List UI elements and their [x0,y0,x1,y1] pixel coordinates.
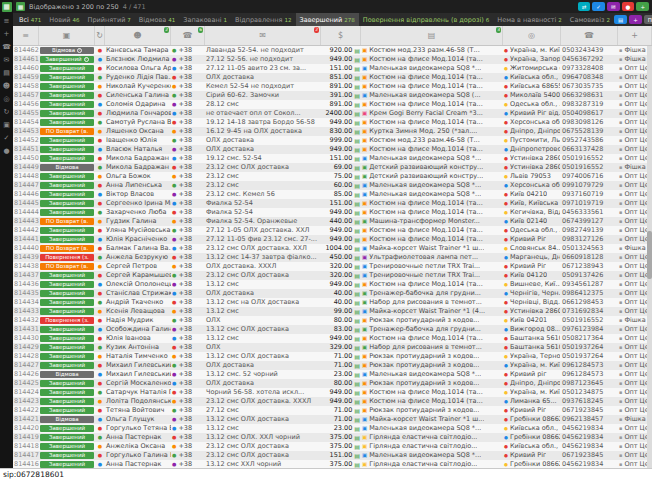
contact-chip[interactable]: ●+38 [171,388,205,397]
contact-chip[interactable]: ●+38 [171,442,205,451]
tab-accepted[interactable]: Прийнятий7 [84,13,135,26]
status-badge[interactable]: Завершений [40,227,94,234]
status-badge[interactable]: ПО Возврат (в. [40,128,94,135]
contact-chip[interactable]: ●+38 [171,289,205,298]
col-phone[interactable]: ☎ [561,26,618,45]
contact-chip[interactable]: ●+38 [171,208,205,217]
status-badge[interactable]: Завершений [40,272,94,279]
record-icon[interactable]: ● [3,147,9,155]
table-row[interactable]: 814454Завершений●Самотуй Руслана Во...●+… [13,118,652,127]
status-badge[interactable]: Відмоваi [40,47,94,54]
table-row[interactable]: 814442Завершений●Уляна Мусійовська●+3827… [13,226,652,235]
table-row[interactable]: 814420Завершений●Горгулько Тетяна В...●+… [13,424,652,433]
contact-chip[interactable]: ●+38 [171,136,205,145]
contact-chip[interactable]: ●+38 [171,451,205,460]
tab-packed[interactable]: Запаковані1 [179,13,231,26]
contact-chip[interactable]: ●+38 [171,91,205,100]
contact-chip[interactable]: ●+38 [171,361,205,370]
mail-chip[interactable]: ✉ [607,2,620,11]
table-row[interactable]: 814458Завершений●Николай Кучеренко●+38Ке… [13,82,652,91]
sync-chip[interactable]: ⇄ [578,2,591,11]
status-badge[interactable]: Завершений [40,335,94,342]
contact-chip[interactable]: ●+38 [171,181,205,190]
contact-chip[interactable]: ●+38 [171,334,205,343]
table-row[interactable]: 814426Відмова●Михаил Гилевський●+3813.12… [13,370,652,379]
contact-chip[interactable]: ●+38 [171,82,205,91]
status-badge[interactable]: Завершений [40,326,94,333]
table-row[interactable]: 814428Завершений●Наталія Тимченко●+3813.… [13,352,652,361]
status-badge[interactable]: Завершений [40,308,94,315]
contact-chip[interactable]: ●+38 [171,64,205,73]
menu-icon[interactable]: ≡ [4,17,10,25]
scrollbar-thumb[interactable] [647,231,652,279]
status-badge[interactable]: Завершений [40,353,94,360]
status-badge[interactable]: ПО Возврат (в. [40,218,94,225]
contact-chip[interactable]: ●+38 [171,253,205,262]
table-row[interactable]: 814433Завершений●Ксенія Леващова●+3813.1… [13,307,652,316]
status-badge[interactable]: Відмова [40,416,94,423]
table-row[interactable]: 814423Завершений●Лоліта Подолянська●+382… [13,397,652,406]
mail-icon[interactable]: ✉ [4,56,10,64]
table-row[interactable]: 814443ПО Возврат (в.●Гудзик Галина●+38Фи… [13,217,652,226]
scrollbar-track[interactable] [647,46,652,468]
table-row[interactable]: 814439Повернення (з.●Анжела Безрукую●+38… [13,253,652,262]
status-badge[interactable]: Завершений [40,74,94,81]
add-chip[interactable]: + [636,2,649,11]
status-badge[interactable]: Відмова [40,164,94,171]
add-icon[interactable]: + [4,30,10,38]
contact-chip[interactable]: ●+38 [171,316,205,325]
table-row[interactable]: 814419Завершений●Анна Пастернак●+3813.12… [13,433,652,442]
table-row[interactable]: 814432Повернення (з.●Надія Мудрик●+38ОЛХ… [13,316,652,325]
table-row[interactable]: 814424Завершений●Сатарчук Наталія Гр...●… [13,388,652,397]
full-view-chip[interactable]: Повн… [644,15,652,24]
table-row[interactable]: 814438ПО Возврат (в.●Сергей Петров●+38ОЛ… [13,262,652,271]
table-row[interactable]: 814444Завершений●Захарченко Люба●+38Фиал… [13,208,652,217]
table-row[interactable]: 814456Завершений●Соломія Одарина●+3828.1… [13,100,652,109]
contact-chip[interactable]: ●+38 [171,343,205,352]
apps-tile-icon[interactable]: ▦ [2,2,12,12]
status-badge[interactable]: Завершений [40,209,94,216]
contact-chip[interactable]: ●+38 [171,244,205,253]
tasks-icon[interactable]: ✓ [4,134,10,142]
contact-chip[interactable]: ●+38 [171,109,205,118]
contact-chip[interactable]: ●+38 [171,298,205,307]
status-badge[interactable]: Завершений [40,344,94,351]
table-row[interactable]: 814462Відмоваi●Канєвська Тамара●+38Лаван… [13,46,652,55]
col-source[interactable]: + [618,26,652,45]
contact-chip[interactable]: ●+38 [171,262,205,271]
contact-chip[interactable]: ●+38 [171,424,205,433]
contact-chip[interactable]: ●+38 [171,127,205,136]
pagination-tile-icon[interactable]: ▦ [16,2,25,11]
col-flag[interactable]: ↻ [95,26,105,45]
contact-chip[interactable]: ●+38 [171,433,205,442]
tab-completed[interactable]: Завершений278 [296,13,359,26]
more-add-chip[interactable]: + [629,15,642,24]
contact-chip[interactable]: ●+38 [171,307,205,316]
table-row[interactable]: 814427Завершений●Михаил Гилевський●+38ОЛ… [13,361,652,370]
status-badge[interactable]: Завершений [40,173,94,180]
contact-chip[interactable]: ●+38 [171,172,205,181]
contact-chip[interactable]: ●+38 [171,415,205,424]
contact-chip[interactable]: ●+38 [171,154,205,163]
table-row[interactable]: 814422Завершений●Тетяна Войтович●+3827.1… [13,406,652,415]
contact-chip[interactable]: ●+38 [171,352,205,361]
contact-chip[interactable]: ●+38 [171,226,205,235]
status-badge[interactable]: Завершений [40,434,94,441]
status-badge[interactable]: ПО Возврат (в. [40,263,94,270]
col-product[interactable]: ▤3 [361,26,503,45]
status-badge[interactable]: Завершений [40,110,94,117]
status-badge[interactable]: Завершенийi [40,56,94,63]
confirm-chip[interactable]: ✓ [592,2,605,11]
status-badge[interactable]: Завершений [40,146,94,153]
contact-chip[interactable]: ●+38 [171,118,205,127]
status-badge[interactable]: Завершений [40,92,94,99]
col-amount[interactable]: $ [321,26,361,45]
status-badge[interactable]: Завершений [40,452,94,459]
status-badge[interactable]: Завершений [40,236,94,243]
tab-shipped[interactable]: Відправлення12 [231,13,296,26]
table-row[interactable]: 814437Завершений●Сергей Карамышев●+3823.… [13,271,652,280]
contact-chip[interactable]: ●+38 [171,190,205,199]
status-badge[interactable]: Завершений [40,380,94,387]
col-comment[interactable]: ✉2 [205,26,321,45]
status-badge[interactable]: Завершений [40,101,94,108]
